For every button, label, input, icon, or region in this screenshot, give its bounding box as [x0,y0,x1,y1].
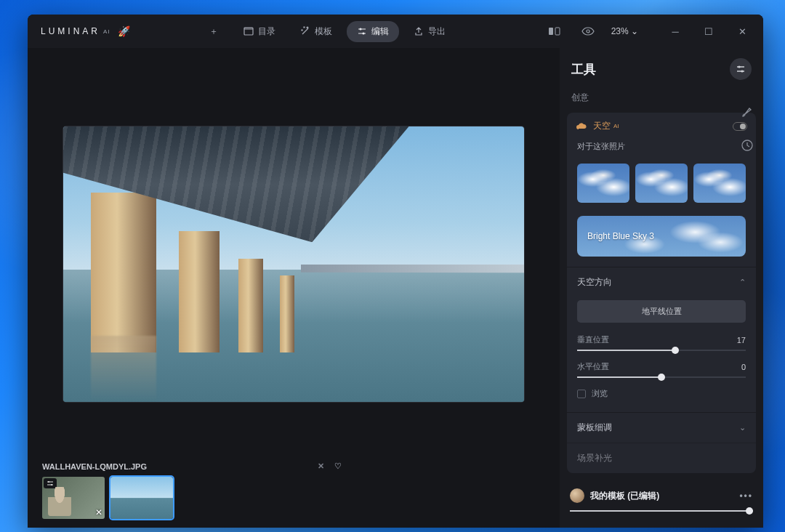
main-area: WALLHAVEN-LQMDYL.JPG ✕ ♡ ✕ [28,48,763,528]
vertical-pos-slider[interactable] [577,350,746,351]
svg-point-8 [51,484,52,485]
nav-templates-label: 模板 [315,25,332,38]
nav-export-label: 导出 [428,25,446,38]
logo-text: LUMINAR [41,26,100,36]
sky-option-1[interactable] [577,164,629,203]
adjustments-button[interactable] [730,58,752,80]
section-creative: 创意 [560,87,763,108]
compare-icon[interactable] [544,21,565,41]
nav-add[interactable]: ＋ [198,22,229,41]
scene-relight-header[interactable]: 场景补光 [567,443,756,473]
tools-sidebar: 工具 创意 天空AI [560,48,763,528]
nav-templates[interactable]: 模板 [290,21,342,42]
sky-panel-toggle[interactable] [733,122,747,131]
catalog-icon [243,26,254,36]
vertical-pos-label: 垂直位置 [577,334,609,345]
window-minimize[interactable]: ─ [660,20,691,42]
sky-orientation-section: 天空方向 ⌃ 地平线位置 垂直位置 17 [567,267,756,412]
svg-point-2 [359,28,361,31]
nav-catalog-label: 目录 [258,25,275,38]
titlebar-right: 23% ⌄ ─ ☐ ✕ [544,20,757,42]
window-maximize[interactable]: ☐ [693,20,724,42]
horizon-position-button[interactable]: 地平线位置 [577,300,746,323]
canvas-holder [28,48,560,459]
svg-rect-1 [244,28,253,30]
svg-point-10 [741,70,743,72]
template-name: 我的模板 (已编辑) [590,490,659,502]
nav-catalog[interactable]: 目录 [233,21,286,42]
browse-label: 浏览 [592,388,608,399]
browse-checkbox[interactable] [577,390,586,398]
chevron-down-icon: ⌄ [739,423,746,432]
cloud-icon [576,122,587,131]
sky-panel-title: 天空 [593,120,611,132]
thumb-adjust-badge [44,478,57,488]
sky-orientation-header[interactable]: 天空方向 ⌃ [567,267,756,297]
template-amount-slider[interactable] [570,510,753,512]
sky-option-2[interactable] [635,164,688,203]
zoom-level[interactable]: 23% ⌄ [611,26,638,36]
rocket-icon[interactable]: 🚀 [118,25,133,37]
wand-icon [300,26,310,36]
window-close[interactable]: ✕ [727,20,757,42]
sky-panel-header[interactable]: 天空AI [567,113,756,140]
horizontal-pos-label: 水平位置 [577,361,609,372]
brush-icon[interactable] [737,102,757,122]
chevron-up-icon: ⌃ [739,278,746,287]
filmstrip: WALLHAVEN-LQMDYL.JPG ✕ ♡ ✕ [28,459,560,528]
sliders-icon [357,26,367,36]
current-filename: WALLHAVEN-LQMDYL.JPG [42,462,147,471]
canvas-area: WALLHAVEN-LQMDYL.JPG ✕ ♡ ✕ [28,48,560,528]
horizontal-pos-value: 0 [741,363,746,371]
mask-refine-header[interactable]: 蒙板细调 ⌄ [567,413,756,443]
for-this-photo-label: 对于这张照片 [567,140,756,159]
thumbnail-2[interactable] [110,477,173,519]
template-footer: 我的模板 (已编辑) ••• [560,481,763,528]
eye-icon[interactable] [578,21,598,41]
reject-icon[interactable]: ✕ [318,462,324,471]
horizontal-pos-slider[interactable] [577,376,746,378]
logo-suffix: AI [103,28,110,35]
main-nav: ＋ 目录 模板 编辑 [198,21,456,42]
app-window: LUMINARAI 🚀 ＋ 目录 模板 [28,15,763,528]
nav-edit[interactable]: 编辑 [347,21,399,42]
nav-export[interactable]: 导出 [403,21,456,42]
svg-point-3 [362,33,364,35]
svg-rect-4 [549,28,553,35]
chevron-down-icon: ⌄ [631,26,638,36]
selected-sky-label: Bright Blue Sky 3 [587,231,654,241]
svg-rect-5 [555,28,560,35]
vertical-pos-value: 17 [737,336,746,344]
svg-point-9 [738,65,740,68]
export-icon [414,26,424,36]
sky-ai-panel: 天空AI 对于这张照片 Bright Blue Sky 3 天空方向 ⌃ [567,113,756,473]
template-more-icon[interactable]: ••• [739,491,753,501]
nav-edit-label: 编辑 [371,25,389,38]
app-logo: LUMINARAI 🚀 [41,25,133,37]
sky-selection-dropdown[interactable]: Bright Blue Sky 3 [577,216,746,257]
history-icon[interactable] [737,135,757,156]
thumb-close-icon[interactable]: ✕ [95,507,102,517]
sky-option-3[interactable] [693,164,746,203]
thumbnail-1[interactable]: ✕ [42,477,105,519]
titlebar: LUMINARAI 🚀 ＋ 目录 模板 [28,15,763,48]
plus-icon: ＋ [209,26,219,36]
svg-point-6 [587,30,589,33]
tools-title: 工具 [571,61,730,78]
favorite-icon[interactable]: ♡ [334,462,342,471]
main-photo[interactable] [63,126,524,402]
template-avatar [570,488,584,503]
svg-point-7 [48,481,49,483]
